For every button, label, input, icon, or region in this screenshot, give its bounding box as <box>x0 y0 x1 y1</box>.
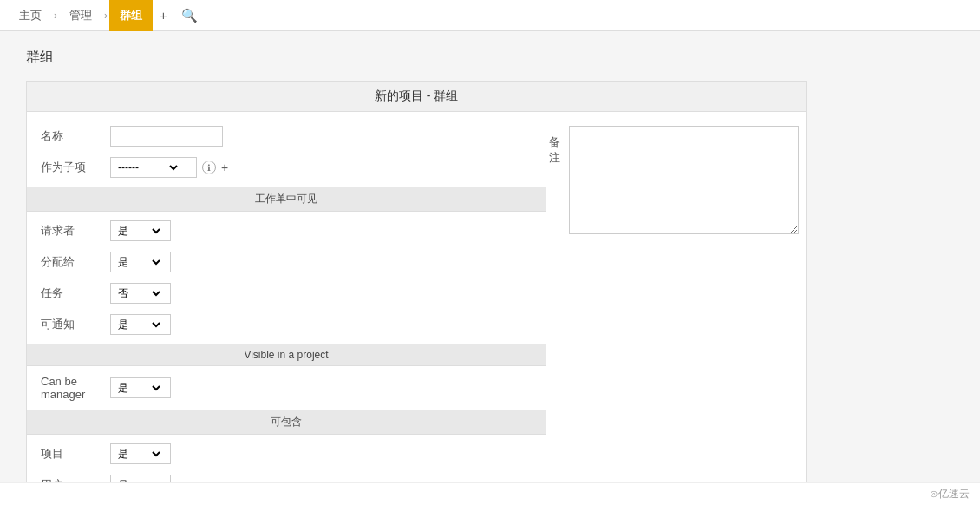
visible-section-text: 工作单中可见 <box>255 193 317 205</box>
assign-select[interactable]: 是 否 <box>111 252 163 272</box>
project-row: 项目 是 否 <box>41 438 532 469</box>
requester-select[interactable]: 是 否 <box>111 221 163 240</box>
task-label: 任务 <box>41 285 110 301</box>
form-right: 备注 <box>549 121 792 501</box>
project-section-header: Visible in a project <box>27 344 546 366</box>
project-control: 是 否 <box>110 443 532 464</box>
name-label: 名称 <box>41 128 110 144</box>
project-select[interactable]: 是 否 <box>111 444 163 463</box>
sub-row: 作为子项 ------ ℹ + <box>41 152 532 183</box>
form-title-text: 新的项目 - 群组 <box>375 89 458 102</box>
project-section-text: Visible in a project <box>244 349 328 361</box>
brand-text: ⊙亿速云 <box>930 488 970 500</box>
name-control <box>110 126 532 147</box>
sub-label: 作为子项 <box>41 160 110 175</box>
sub-select-wrap: ------ <box>110 157 197 178</box>
nav-group[interactable]: 群组 <box>109 0 153 31</box>
notify-control: 是 否 <box>110 314 532 335</box>
can-be-manager-control: 是 否 <box>110 377 532 398</box>
sub-add-icon[interactable]: + <box>221 161 228 174</box>
nav-arrow-1: › <box>52 10 59 22</box>
notify-select-wrap: 是 否 <box>110 314 171 335</box>
task-select[interactable]: 否 是 <box>111 284 163 303</box>
form-panel: 新的项目 - 群组 名称 作为子项 <box>26 81 807 505</box>
search-nav-icon[interactable]: 🔍 <box>174 0 205 31</box>
visible-section-header: 工作单中可见 <box>27 187 546 212</box>
sub-select[interactable]: ------ <box>111 158 180 177</box>
notes-row: 备注 <box>549 121 792 239</box>
notify-select[interactable]: 是 否 <box>111 315 163 334</box>
requester-label: 请求者 <box>41 223 110 239</box>
sub-control: ------ ℹ + <box>110 157 532 178</box>
task-select-wrap: 否 是 <box>110 283 171 304</box>
form-header: 新的项目 - 群组 <box>27 82 806 112</box>
assign-select-wrap: 是 否 <box>110 252 171 272</box>
can-be-manager-select[interactable]: 是 否 <box>111 378 163 397</box>
assign-row: 分配给 是 否 <box>41 246 532 278</box>
notes-label: 备注 <box>549 126 560 166</box>
requester-row: 请求者 是 否 <box>41 215 532 246</box>
requester-select-wrap: 是 否 <box>110 220 171 241</box>
name-input[interactable] <box>110 126 223 147</box>
requester-control: 是 否 <box>110 220 532 241</box>
can-be-manager-select-wrap: 是 否 <box>110 377 171 398</box>
footer: ⊙亿速云 <box>0 482 980 505</box>
can-be-manager-label: Can be manager <box>41 375 110 401</box>
nav-bar: 主页 › 管理 › 群组 + 🔍 <box>0 0 980 31</box>
contain-section-header: 可包含 <box>27 410 546 435</box>
notify-row: 可通知 是 否 <box>41 309 532 340</box>
assign-control: 是 否 <box>110 252 532 272</box>
notes-right <box>569 126 799 234</box>
nav-arrow-2: › <box>102 10 109 22</box>
project-label: 项目 <box>41 446 110 462</box>
name-row: 名称 <box>41 121 532 152</box>
info-icon[interactable]: ℹ <box>202 161 216 174</box>
task-row: 任务 否 是 <box>41 278 532 309</box>
nav-home[interactable]: 主页 <box>9 0 52 31</box>
can-be-manager-row: Can be manager 是 否 <box>41 370 532 406</box>
page-content: 群组 新的项目 - 群组 名称 作为子项 <box>0 31 980 505</box>
project-select-wrap: 是 否 <box>110 443 171 464</box>
form-body: 名称 作为子项 ------ ℹ + <box>27 112 806 505</box>
add-nav-icon[interactable]: + <box>153 0 174 31</box>
nav-manage[interactable]: 管理 <box>59 0 102 31</box>
notify-label: 可通知 <box>41 317 110 332</box>
contain-section-text: 可包含 <box>271 416 302 428</box>
assign-label: 分配给 <box>41 254 110 270</box>
page-title: 群组 <box>26 49 954 67</box>
notes-textarea[interactable] <box>569 126 799 234</box>
form-left: 名称 作为子项 ------ ℹ + <box>41 121 532 501</box>
task-control: 否 是 <box>110 283 532 304</box>
